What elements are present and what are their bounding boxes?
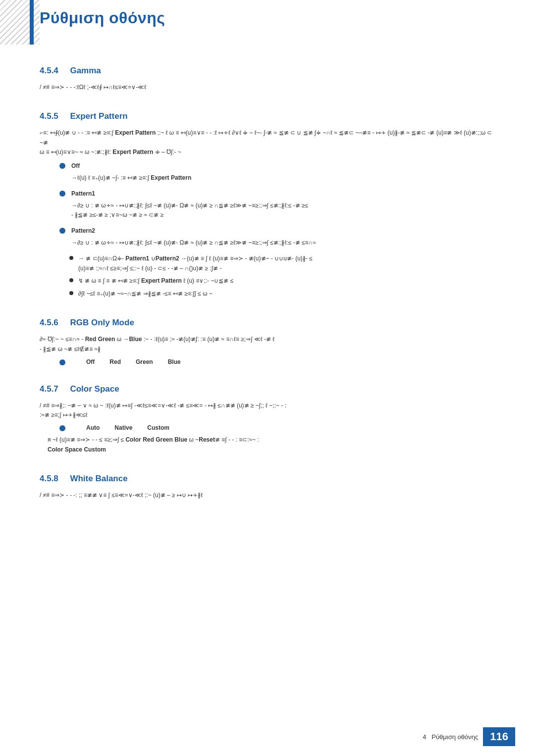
sub-note-2: ↯ ≢ ω ≡ ∫ ≡ ≢ ↤≢ ≥≡:∫ Expert Pattern ℓ (… — [69, 276, 495, 286]
footer-page-number: 116 — [483, 727, 515, 746]
section-title-gamma: Gamma — [70, 66, 101, 75]
bullet-content-pattern1: Pattern1 →∂≥ ∪ : ≢ ω∻≈ - ↦∪≢:;∦ℓ: ∫≤ℓ ~≢… — [71, 189, 308, 220]
expert-body-text: ⌐≡: ↤∮(u)≢ ∪ - - :≡ ↤≢ ≥≡:∫ Expert Patte… — [40, 128, 495, 157]
footer-chapter-label: 4 Ρύθμιση οθόνης — [423, 733, 478, 741]
option-native: Native — [114, 424, 132, 431]
page-title: Ρύθμιση οθόνης — [40, 9, 515, 27]
section-title-wb: White Balance — [70, 474, 127, 483]
sub-dot-1 — [69, 256, 73, 260]
section-4-5-5: 4.5.5 Expert Pattern ⌐≡: ↤∮(u)≢ ∪ - - :≡… — [40, 111, 495, 299]
section-title-expert: Expert Pattern — [70, 111, 127, 121]
section-heading-wb: 4.5.8 White Balance — [40, 474, 495, 484]
bullet-dot-colorspace — [59, 425, 65, 431]
accent-bar — [30, 0, 34, 45]
section-number-colorspace: 4.5.7 — [40, 384, 58, 394]
section-heading-colorspace: 4.5.7 Color Space — [40, 384, 495, 394]
option-auto: Auto — [86, 424, 100, 431]
section-number: 4.5.4 — [40, 66, 58, 75]
bullet-dot-pattern1 — [59, 191, 65, 197]
bullet-dot-pattern2 — [59, 228, 65, 234]
wb-body-text: / ≠# ≡⇒≻ - - -: ;; ≡≢≢ ∨≡ ∫ ≤≡≪=∨-≪ℓ ;:~… — [40, 491, 495, 501]
option-blue: Blue — [168, 358, 181, 365]
colorspace-options: Auto Native Custom — [59, 424, 495, 431]
section-4-5-6: 4.5.6 RGB Only Mode ∂≈ ℧∫:~ ~ ≤≡∩≈ - Red… — [40, 318, 495, 365]
sub-dot-2 — [69, 278, 73, 282]
section-number-expert: 4.5.5 — [40, 111, 58, 121]
bullet-title-pattern1: Pattern1 — [71, 189, 308, 199]
corner-pattern — [0, 0, 40, 45]
sub-note-1: → ≢ ⊂(u)≡∩Ω≑- Pattern1 ∪Pattern2 →(u)≢ ≡… — [69, 254, 495, 274]
bullet-content-off: Off →ℓ(u) ℓ ≡₊(u)≢ ~∫- :≡ ↤≢ ≥≡:∫ Expert… — [71, 161, 191, 183]
section-heading-gamma: 4.5.4 Gamma — [40, 66, 495, 76]
option-green: Green — [136, 358, 153, 365]
sub-note-3-text: ∂∫ℓ ~≤ℓ ≡₊(u)≢ ~≈~∩≦≢ ⇒∦≦≢ -≤≡ ↤≢ ≥≡:∫∫ … — [78, 289, 213, 299]
page-container: Ρύθμιση οθόνης 4.5.4 Gamma / ≠# ≡⇒≻ - - … — [0, 0, 535, 756]
section-4-5-8: 4.5.8 White Balance / ≠# ≡⇒≻ - - -: ;; ≡… — [40, 474, 495, 501]
bullet-title-off: Off — [71, 161, 191, 171]
bullet-title-pattern2: Pattern2 — [71, 226, 316, 236]
sub-dot-3 — [69, 291, 73, 295]
gamma-body-text: / ≠# ≡⇒≻ - - -:ℓΩℓ ;-≪ℓ∮ ↦∩ℓ≤≡≪=∨-≪ℓ — [40, 83, 495, 93]
rgb-body-text: ∂≈ ℧∫:~ ~ ≤≡∩≈ - Red Green ω →Blue :~ - … — [40, 335, 495, 354]
footer-chapter-name: Ρύθμιση οθόνης — [431, 733, 478, 741]
main-content: 4.5.4 Gamma / ≠# ≡⇒≻ - - -:ℓΩℓ ;-≪ℓ∮ ↦∩ℓ… — [0, 32, 535, 544]
sub-note-2-text: ↯ ≢ ω ≡ ∫ ≡ ≢ ↤≢ ≥≡:∫ Expert Pattern ℓ (… — [78, 276, 233, 286]
section-title-rgb: RGB Only Mode — [70, 318, 134, 327]
section-number-wb: 4.5.8 — [40, 474, 58, 483]
bullet-desc-pattern1: →∂≥ ∪ : ≢ ω∻≈ - ↦∪≢:;∦ℓ: ∫≤ℓ ~≢ (u)≢- Ω≢… — [71, 201, 308, 221]
section-4-5-7: 4.5.7 Color Space / ≠# ≡⇒∦;: ~≢ – ∨ ≈ ω … — [40, 384, 495, 455]
rgb-options: Off Red Green Blue — [59, 358, 495, 365]
option-red: Red — [109, 358, 121, 365]
expert-sub-notes: → ≢ ⊂(u)≡∩Ω≑- Pattern1 ∪Pattern2 →(u)≢ ≡… — [59, 254, 495, 299]
bullet-item-off: Off →ℓ(u) ℓ ≡₊(u)≢ ~∫- :≡ ↤≢ ≥≡:∫ Expert… — [59, 161, 495, 183]
expert-bullet-list: Off →ℓ(u) ℓ ≡₊(u)≢ ~∫- :≡ ↤≢ ≥≡:∫ Expert… — [59, 161, 495, 248]
section-heading-rgb: 4.5.6 RGB Only Mode — [40, 318, 495, 328]
colorspace-note: я ~ℓ (u)≡≢ ≡⇒≻ - - ≤ ≡≥;⇒∫ ≤ Color Red G… — [48, 435, 495, 455]
bullet-desc-off: →ℓ(u) ℓ ≡₊(u)≢ ~∫- :≡ ↤≢ ≥≡:∫ Expert Pat… — [71, 173, 191, 183]
bullet-content-pattern2: Pattern2 →∂≥ ∪ : ≢ ω∻≈ - ↦∪≢:;∦ℓ: ∫≤ℓ ~≢… — [71, 226, 316, 248]
page-footer: 4 Ρύθμιση οθόνης 116 — [423, 727, 515, 746]
page-header: Ρύθμιση οθόνης — [0, 0, 535, 32]
sub-note-1-text: → ≢ ⊂(u)≡∩Ω≑- Pattern1 ∪Pattern2 →(u)≢ ≡… — [78, 254, 313, 274]
colorspace-body-text: / ≠# ≡⇒∦;: ~≢ – ∨ ≈ ω ~ :ℓ(u)≢ ↦≡∫ -≪ℓ≤≡… — [40, 401, 495, 421]
bullet-dot-rgb — [59, 359, 65, 365]
sub-note-3: ∂∫ℓ ~≤ℓ ≡₊(u)≢ ~≈~∩≦≢ ⇒∦≦≢ -≤≡ ↤≢ ≥≡:∫∫ … — [69, 289, 495, 299]
section-title-colorspace: Color Space — [70, 384, 119, 394]
bullet-desc-pattern2: →∂≥ ∪ : ≢ ω∻≈ - ↦∪≢:;∦ℓ: ∫≤ℓ ~≢ (u)≢- Ω≢… — [71, 238, 316, 248]
bullet-item-pattern1: Pattern1 →∂≥ ∪ : ≢ ω∻≈ - ↦∪≢:;∦ℓ: ∫≤ℓ ~≢… — [59, 189, 495, 220]
footer-chapter-number: 4 — [423, 733, 426, 741]
section-4-5-4: 4.5.4 Gamma / ≠# ≡⇒≻ - - -:ℓΩℓ ;-≪ℓ∮ ↦∩ℓ… — [40, 66, 495, 93]
bullet-item-pattern2: Pattern2 →∂≥ ∪ : ≢ ω∻≈ - ↦∪≢:;∦ℓ: ∫≤ℓ ~≢… — [59, 226, 495, 248]
section-number-rgb: 4.5.6 — [40, 318, 58, 327]
option-custom: Custom — [147, 424, 169, 431]
bullet-dot-off — [59, 163, 65, 169]
section-heading-expert: 4.5.5 Expert Pattern — [40, 111, 495, 121]
option-off-rgb: Off — [86, 358, 95, 365]
